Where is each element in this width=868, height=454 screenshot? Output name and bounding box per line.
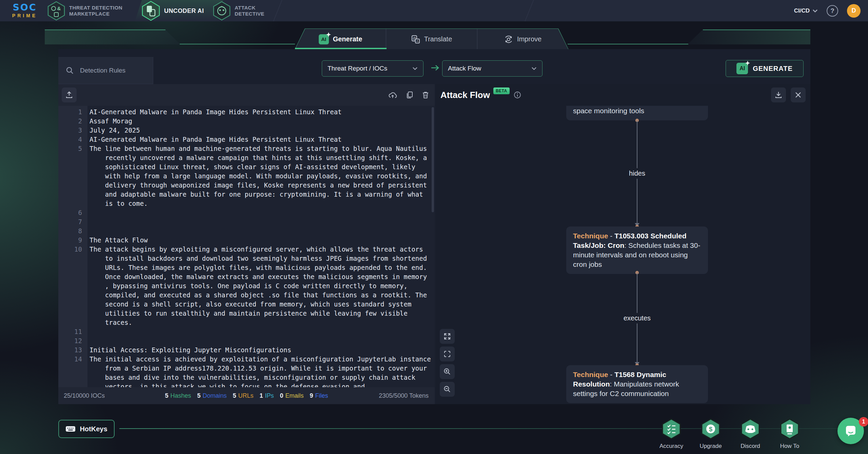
download-icon bbox=[774, 91, 783, 99]
ioc-count-domains[interactable]: 5Domains bbox=[197, 392, 226, 399]
flow-node-technique-dynres[interactable]: Technique - T1568 Dynamic Resolution: Ma… bbox=[566, 365, 708, 403]
editor-line: 12 bbox=[58, 336, 435, 346]
input-type-select[interactable]: Threat Report / IOCs bbox=[322, 60, 423, 77]
tab-translate-label: Translate bbox=[424, 35, 452, 43]
line-number: 11 bbox=[58, 327, 87, 336]
attack-flow-canvas[interactable]: space monitoring tools hides Technique -… bbox=[436, 106, 810, 404]
sparkle-icon bbox=[326, 32, 331, 37]
workspace-label: CI/CD bbox=[794, 7, 810, 14]
nav-divider bbox=[273, 0, 282, 21]
workspace-dropdown[interactable]: CI/CD bbox=[794, 7, 818, 14]
cloud-upload-icon[interactable] bbox=[388, 91, 397, 99]
copy-icon[interactable] bbox=[406, 91, 414, 99]
ioc-count-urls[interactable]: 5URLs bbox=[233, 392, 253, 399]
flow-node-tool-text: space monitoring tools bbox=[573, 106, 644, 116]
fit-view-button[interactable] bbox=[440, 347, 455, 361]
soc-prime-logo[interactable]: SOC PRIME bbox=[12, 3, 38, 18]
line-number: 9 bbox=[58, 236, 87, 245]
line-text bbox=[103, 336, 435, 346]
zoom-out-button[interactable] bbox=[440, 382, 455, 397]
footer-link-how-to[interactable]: How To bbox=[771, 418, 808, 450]
editor-line: 3July 24, 2025 bbox=[58, 126, 435, 135]
ioc-count-files[interactable]: 9Files bbox=[310, 392, 328, 399]
hotkeys-button[interactable]: HotKeys bbox=[58, 420, 115, 438]
flow-node-tool[interactable]: space monitoring tools bbox=[566, 106, 708, 120]
close-flow-button[interactable] bbox=[791, 87, 806, 102]
help-button[interactable]: ? bbox=[827, 5, 838, 17]
line-text: July 24, 2025 bbox=[103, 126, 435, 135]
beta-badge: BETA bbox=[493, 87, 510, 94]
line-number: 5 bbox=[58, 144, 87, 208]
line-text bbox=[103, 208, 435, 217]
uncoder-ai-app: SOC PRIME & THREAT DETECTION MARKETPLACE… bbox=[0, 0, 868, 454]
output-type-value: Attack Flow bbox=[448, 65, 481, 72]
attack-flow-panel: Attack Flow BETA bbox=[436, 84, 810, 404]
tab-translate[interactable]: @ A Translate bbox=[386, 29, 477, 50]
top-nav: SOC PRIME & THREAT DETECTION MARKETPLACE… bbox=[0, 0, 868, 21]
ioc-count-ips[interactable]: 1IPs bbox=[260, 392, 274, 399]
flow-header-buttons bbox=[771, 87, 806, 102]
fullscreen-button[interactable] bbox=[440, 329, 455, 344]
trash-icon[interactable] bbox=[422, 91, 429, 99]
user-avatar[interactable]: D bbox=[847, 4, 861, 18]
how-to-label: How To bbox=[771, 443, 808, 450]
hotkeys-label: HotKeys bbox=[80, 425, 107, 433]
upload-file-button[interactable] bbox=[62, 87, 77, 102]
line-number: 6 bbox=[58, 208, 87, 217]
technique-type-label: Technique bbox=[573, 232, 608, 240]
flow-node-technique-cron[interactable]: Technique - T1053.003 Scheduled Task/Job… bbox=[566, 226, 708, 274]
nav-divider bbox=[525, 0, 534, 21]
footer-link-upgrade[interactable]: $ Upgrade bbox=[692, 418, 729, 450]
logo-text-prime: PRIME bbox=[12, 13, 38, 18]
technique-type-label: Technique bbox=[573, 371, 608, 378]
input-type-value: Threat Report / IOCs bbox=[328, 65, 387, 72]
left-decorative-trapezoid bbox=[45, 29, 180, 44]
token-count: 2305/5000 Tokens bbox=[379, 392, 429, 399]
nav-item-uncoder-ai[interactable]: UNCODER AI bbox=[142, 0, 204, 21]
generate-button[interactable]: AI GENERATE bbox=[726, 60, 804, 77]
ioc-count-hashes[interactable]: 5Hashes bbox=[165, 392, 191, 399]
download-flow-button[interactable] bbox=[771, 87, 786, 102]
editor-toolbar bbox=[58, 84, 435, 106]
attack-flow-title: Attack Flow bbox=[440, 90, 490, 100]
sparkle-icon bbox=[745, 61, 750, 65]
editor-line: 6 bbox=[58, 208, 435, 217]
output-type-select[interactable]: Attack Flow bbox=[442, 60, 542, 77]
search-input[interactable] bbox=[79, 66, 144, 75]
source-text-editor[interactable]: 1AI-Generated Malware in Panda Image Hid… bbox=[58, 106, 435, 387]
line-number: 14 bbox=[58, 355, 87, 387]
info-icon[interactable] bbox=[514, 91, 521, 99]
zoom-out-icon bbox=[443, 386, 451, 393]
tab-improve[interactable]: Improve bbox=[477, 29, 568, 50]
line-text: Initial Access: Exploiting Jupyter Misco… bbox=[103, 346, 435, 355]
editor-scrollbar-thumb[interactable] bbox=[432, 107, 434, 212]
tab-generate[interactable]: AI Generate bbox=[295, 29, 386, 50]
right-decorative-topline bbox=[703, 29, 810, 30]
line-text bbox=[103, 217, 435, 226]
nav-item-attack-detective[interactable]: ATTACK DETECTIVE bbox=[213, 0, 264, 21]
footer-link-discord[interactable]: Discord bbox=[732, 418, 769, 450]
uncoder-ai-label: UNCODER AI bbox=[164, 8, 204, 14]
line-text: The attack begins by exploiting a miscon… bbox=[103, 245, 435, 327]
nav-item-threat-detection-marketplace[interactable]: & THREAT DETECTION MARKETPLACE bbox=[47, 0, 122, 21]
edge-label-executes: executes bbox=[623, 313, 651, 323]
tab-generate-label: Generate bbox=[333, 35, 362, 43]
chat-notification-badge: 1 bbox=[859, 417, 868, 427]
editor-lines: 1AI-Generated Malware in Panda Image Hid… bbox=[58, 106, 435, 387]
mode-tabs: AI Generate @ A Translate Improve bbox=[295, 29, 568, 50]
fit-view-icon bbox=[443, 350, 451, 358]
expand-icon bbox=[443, 333, 451, 340]
chevron-down-icon bbox=[412, 67, 418, 70]
editor-line: 9The Attack Flow bbox=[58, 236, 435, 245]
zoom-in-button[interactable] bbox=[440, 364, 455, 379]
detection-rules-search[interactable] bbox=[58, 57, 153, 84]
zoom-in-icon bbox=[443, 368, 451, 375]
tab-improve-label: Improve bbox=[517, 35, 541, 43]
uncoder-ai-hexagon-icon bbox=[142, 1, 160, 21]
footer-link-accuracy[interactable]: Accuracy bbox=[653, 418, 690, 450]
ioc-count-emails[interactable]: 0Emails bbox=[280, 392, 304, 399]
editor-line: 14The initial access is achieved by expl… bbox=[58, 355, 435, 387]
avatar-initial: D bbox=[852, 7, 856, 14]
accuracy-hexagon-icon bbox=[662, 418, 681, 439]
discord-label: Discord bbox=[732, 443, 769, 450]
